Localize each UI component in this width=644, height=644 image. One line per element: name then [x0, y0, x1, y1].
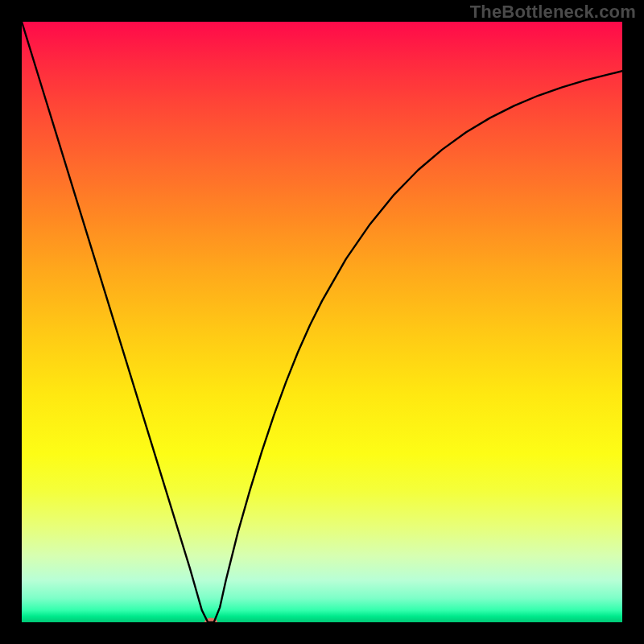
watermark-text: TheBottleneck.com	[470, 2, 636, 23]
chart-frame: TheBottleneck.com	[0, 0, 644, 644]
bottleneck-curve	[22, 22, 622, 622]
plot-area	[22, 22, 622, 622]
